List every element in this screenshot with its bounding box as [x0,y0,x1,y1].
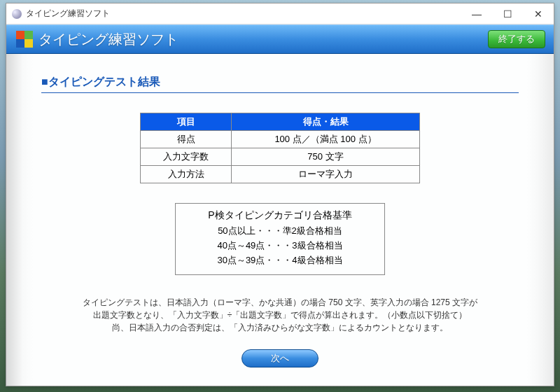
note-line: タイピングテストは、日本語入力（ローマ字、かな共通）の場合 750 文字、英字入… [83,298,477,307]
app-window: タイピング練習ソフト — ☐ ✕ タイピング練習ソフト 終了する ■タイピングテ… [6,3,554,386]
cell-value: 750 文字 [232,148,420,166]
content-area: ■タイピングテスト結果 項目 得点・結果 得点 100 点／（満点 100 点）… [6,54,554,386]
maximize-button[interactable]: ☐ [492,4,523,24]
exit-button[interactable]: 終了する [488,30,545,48]
close-button[interactable]: ✕ [523,4,554,24]
table-row: 入力方法 ローマ字入力 [141,166,420,183]
cell-item: 得点 [141,131,232,148]
cell-value: ローマ字入力 [232,166,420,183]
table-header-row: 項目 得点・結果 [141,113,420,131]
section-title: ■タイピングテスト結果 [41,75,519,93]
minimize-button[interactable]: — [461,4,492,24]
col-item: 項目 [141,113,232,131]
cell-value: 100 点／（満点 100 点） [232,131,420,148]
next-button[interactable]: 次へ [241,349,318,368]
criteria-line: 40点～49点・・・3級合格相当 [183,239,377,252]
criteria-line: 50点以上・・・準2級合格相当 [183,225,377,237]
cell-item: 入力方法 [141,166,232,183]
app-header: タイピング練習ソフト 終了する [6,24,554,54]
criteria-box: P検タイピングカテゴリ合格基準 50点以上・・・準2級合格相当 40点～49点・… [175,203,385,275]
note-line: 出題文字数となり、「入力文字数」÷「出題文字数」で得点が算出されます。（小数点以… [93,310,468,320]
criteria-line: 30点～39点・・・4級合格相当 [183,254,377,267]
criteria-title: P検タイピングカテゴリ合格基準 [183,209,377,222]
col-score: 得点・結果 [232,113,420,131]
app-title: タイピング練習ソフト [38,30,178,49]
footnote: タイピングテストは、日本語入力（ローマ字、かな共通）の場合 750 文字、英字入… [41,296,519,334]
table-row: 入力文字数 750 文字 [141,148,420,166]
table-row: 得点 100 点／（満点 100 点） [141,131,420,148]
cell-item: 入力文字数 [141,148,232,166]
logo-icon [16,31,33,48]
window-title: タイピング練習ソフト [26,8,461,20]
app-icon [12,9,22,19]
window-controls: — ☐ ✕ [461,4,554,24]
titlebar: タイピング練習ソフト — ☐ ✕ [6,4,554,24]
result-table: 項目 得点・結果 得点 100 点／（満点 100 点） 入力文字数 750 文… [140,113,420,183]
note-line: 尚、日本語入力の合否判定は、「入力済みひらがな文字数」によるカウントとなります。 [112,323,448,332]
